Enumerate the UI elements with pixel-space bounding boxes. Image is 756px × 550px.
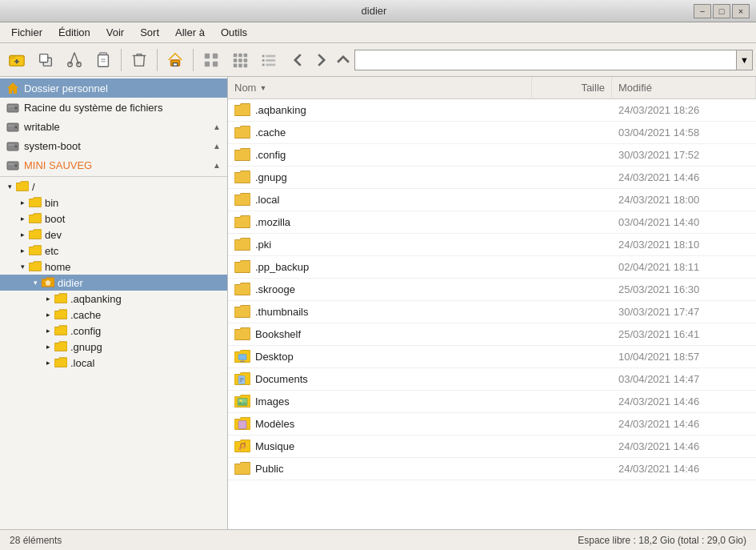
col-header-modified[interactable]: Modifié <box>612 77 756 98</box>
file-row[interactable]: .aqbanking 24/03/2021 18:26 <box>228 99 756 122</box>
place-sysboot-eject[interactable]: ▲ <box>213 142 221 151</box>
col-header-name[interactable]: Nom ▼ <box>228 77 532 98</box>
tree-item-cache[interactable]: ▸ .cache <box>0 307 227 323</box>
tree-toggle-config[interactable]: ▸ <box>42 324 54 337</box>
tree-item-etc[interactable]: ▸ etc <box>0 243 227 259</box>
tree-toggle-aqbanking[interactable]: ▸ <box>42 292 54 305</box>
toolbar-separator-2 <box>157 49 158 71</box>
new-folder-button[interactable] <box>3 46 30 74</box>
go-up-button[interactable] <box>332 46 354 74</box>
file-name: .pki <box>255 239 271 251</box>
tree-toggle-cache[interactable]: ▸ <box>42 308 54 321</box>
menu-aller-a[interactable]: Aller à <box>167 25 213 40</box>
tree-label-home: home <box>45 261 71 273</box>
file-row[interactable]: .thumbnails 30/03/2021 17:47 <box>228 301 756 323</box>
tree-item-boot[interactable]: ▸ boot <box>0 211 227 227</box>
tree-item-home[interactable]: ▾ home <box>0 259 227 275</box>
home-button[interactable] <box>162 46 189 74</box>
file-row[interactable]: Bookshelf 25/03/2021 16:41 <box>228 323 756 346</box>
file-row[interactable]: .gnupg 24/03/2021 14:46 <box>228 167 756 189</box>
svg-point-44 <box>15 165 18 167</box>
view-list-button[interactable] <box>255 46 282 74</box>
copy-button[interactable] <box>32 46 59 74</box>
delete-button[interactable] <box>126 46 153 74</box>
folder-music-icon <box>234 440 250 453</box>
tree-toggle-dev[interactable]: ▸ <box>16 228 29 241</box>
menu-fichier[interactable]: Fichier <box>3 25 50 40</box>
tree-item-aqbanking[interactable]: ▸ .aqbanking <box>0 291 227 307</box>
place-writable-eject[interactable]: ▲ <box>213 122 221 131</box>
svg-line-7 <box>70 52 75 64</box>
folder-icon-etc <box>29 245 42 256</box>
file-row[interactable]: .cache 03/04/2021 14:58 <box>228 122 756 144</box>
menu-outils[interactable]: Outils <box>213 25 255 40</box>
file-row[interactable]: Images 24/03/2021 14:46 <box>228 391 756 413</box>
tree-item-config[interactable]: ▸ .config <box>0 323 227 339</box>
file-name: .pp_backup <box>255 261 309 273</box>
files-container[interactable]: .aqbanking 24/03/2021 18:26 .cache 03/04… <box>228 99 756 529</box>
file-list-panel: Nom ▼ Taille Modifié .aqbanking 24/03/20… <box>228 77 756 529</box>
menu-sort[interactable]: Sort <box>132 25 167 40</box>
tree-toggle-local[interactable]: ▸ <box>42 356 54 369</box>
view-icons-button[interactable] <box>198 46 225 74</box>
file-row[interactable]: Documents 03/04/2021 14:47 <box>228 368 756 391</box>
tree-item-gnupg[interactable]: ▸ .gnupg <box>0 339 227 355</box>
place-mini-eject[interactable]: ▲ <box>213 161 221 170</box>
tree-toggle-etc[interactable]: ▸ <box>16 244 29 257</box>
place-writable[interactable]: writable ▲ <box>0 117 227 136</box>
view-compact-button[interactable] <box>226 46 254 74</box>
tree-item-local[interactable]: ▸ .local <box>0 355 227 371</box>
file-row[interactable]: Musique 24/03/2021 14:46 <box>228 436 756 458</box>
address-dropdown-button[interactable]: ▼ <box>737 50 753 70</box>
folder-icon-root <box>16 181 29 192</box>
place-home[interactable]: Dossier personnel <box>0 78 227 98</box>
svg-rect-33 <box>266 63 275 66</box>
place-mini-sauveg[interactable]: MINI SAUVEG ▲ <box>0 155 227 175</box>
menu-edition[interactable]: Édition <box>50 25 98 40</box>
file-name-cell: .thumbnails <box>228 305 532 319</box>
go-forward-button[interactable] <box>310 46 332 74</box>
tree-toggle-root[interactable]: ▾ <box>3 180 16 193</box>
tree-toggle-didier[interactable]: ▾ <box>29 276 42 289</box>
svg-rect-55 <box>238 421 246 429</box>
tree-label-dev: dev <box>45 229 62 241</box>
file-row[interactable]: Modèles 24/03/2021 14:46 <box>228 413 756 436</box>
tree-toggle-gnupg[interactable]: ▸ <box>42 340 54 353</box>
close-button[interactable]: × <box>732 4 750 18</box>
col-header-size[interactable]: Taille <box>532 77 612 98</box>
place-system-boot[interactable]: system-boot ▲ <box>0 136 227 155</box>
tree-toggle-home[interactable]: ▾ <box>16 260 29 273</box>
folder-docs-icon <box>234 372 250 386</box>
tree-item-didier[interactable]: ▾ didier <box>0 275 227 291</box>
cut-button[interactable] <box>61 46 88 74</box>
svg-point-35 <box>15 107 18 110</box>
file-row[interactable]: .skrooge 25/03/2021 16:30 <box>228 279 756 301</box>
address-input[interactable]: /home/didier <box>354 50 737 70</box>
tree-toggle-boot[interactable]: ▸ <box>16 212 29 225</box>
svg-rect-24 <box>244 58 248 62</box>
file-row[interactable]: .local 24/03/2021 18:00 <box>228 189 756 211</box>
tree-item-bin[interactable]: ▸ bin <box>0 195 227 211</box>
file-name: Public <box>255 463 283 475</box>
file-modified-cell: 03/04/2021 14:58 <box>612 126 756 139</box>
svg-rect-28 <box>262 54 265 57</box>
hdd-icon-mini <box>6 159 19 171</box>
file-row[interactable]: .pp_backup 02/04/2021 18:11 <box>228 256 756 279</box>
tree-item-dev[interactable]: ▸ dev <box>0 227 227 243</box>
file-row[interactable]: .mozilla 03/04/2021 14:40 <box>228 211 756 234</box>
place-sysboot-label: system-boot <box>24 140 208 152</box>
file-row[interactable]: .pki 24/03/2021 18:10 <box>228 234 756 256</box>
place-root-fs[interactable]: Racine du système de fichiers <box>0 98 227 117</box>
minimize-button[interactable]: − <box>694 4 711 18</box>
maximize-button[interactable]: □ <box>713 4 730 18</box>
tree-toggle-bin[interactable]: ▸ <box>16 196 29 209</box>
file-row[interactable]: Desktop 10/04/2021 18:57 <box>228 346 756 368</box>
file-row[interactable]: Public 24/03/2021 14:46 <box>228 458 756 480</box>
go-back-button[interactable] <box>287 46 310 74</box>
paste-button[interactable] <box>90 46 117 74</box>
tree-item-root[interactable]: ▾ / <box>0 179 227 195</box>
menu-voir[interactable]: Voir <box>98 25 132 40</box>
folder-icon <box>234 215 250 229</box>
hdd-icon-writable <box>6 120 19 133</box>
file-row[interactable]: .config 30/03/2021 17:52 <box>228 144 756 167</box>
